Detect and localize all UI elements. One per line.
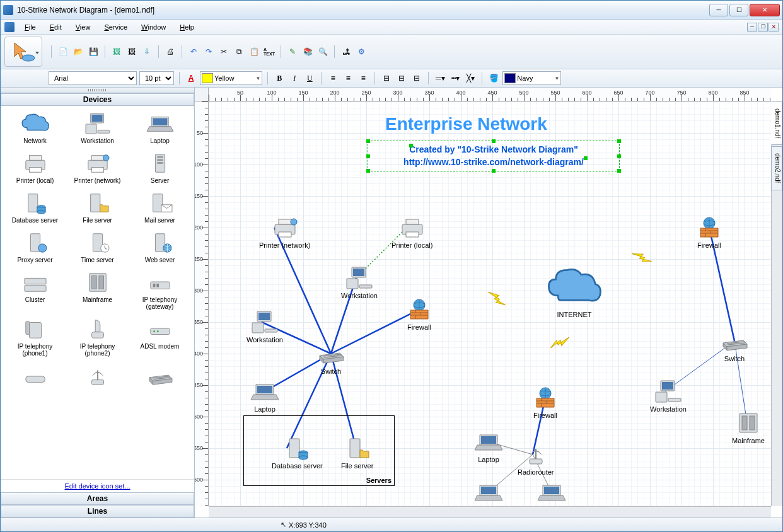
menu-file[interactable]: File <box>18 22 42 32</box>
find-button[interactable]: 🔍 <box>316 45 329 58</box>
mdi-close[interactable]: ✕ <box>768 23 779 32</box>
open-button[interactable]: 📂 <box>72 45 84 58</box>
sidebar-collapse[interactable] <box>1 88 194 93</box>
device-printer-net[interactable]: Printer (network) <box>67 149 128 187</box>
node-laptop4[interactable]: Laptop <box>536 480 567 506</box>
redo-button[interactable]: ↷ <box>202 45 215 58</box>
node-mainframe[interactable]: Mainframe <box>732 410 765 444</box>
device-mail-server[interactable]: Mail server <box>129 189 190 226</box>
device-modem[interactable]: ADSL modem <box>129 315 190 359</box>
minimize-button[interactable]: ─ <box>709 4 728 16</box>
fill-color-dropdown[interactable]: Yellow ▼ <box>200 71 262 85</box>
device-cluster[interactable]: Cluster <box>4 269 66 313</box>
device-workstation[interactable]: Workstation <box>67 110 128 147</box>
align-center-button[interactable]: ≡ <box>342 72 354 84</box>
mdi-restore[interactable]: ❐ <box>758 23 768 32</box>
device-proxy[interactable]: Proxy server <box>4 229 66 266</box>
node-laptop1[interactable]: Laptop <box>250 379 280 413</box>
underline-button[interactable]: U <box>303 72 316 84</box>
panel-devices-header[interactable]: Devices <box>1 93 194 106</box>
node-laptop3[interactable]: Laptop <box>473 480 504 506</box>
bold-button[interactable]: B <box>273 72 286 84</box>
print-button[interactable]: 🖨 <box>164 45 177 58</box>
text-button[interactable]: ATEXT <box>263 45 276 58</box>
line-color-dropdown[interactable]: Navy ▼ <box>502 71 561 85</box>
image-button[interactable]: 🏞 <box>340 45 352 58</box>
node-printer-net[interactable]: Printer (network) <box>259 215 310 249</box>
menu-window[interactable]: Window <box>135 22 172 32</box>
align-right-button[interactable]: ≡ <box>357 72 369 84</box>
size-select[interactable]: 10 pt. <box>139 71 174 85</box>
close-button[interactable]: ✕ <box>750 4 780 16</box>
node-file-server[interactable]: File server <box>341 436 373 470</box>
device-file-server[interactable]: File server <box>67 189 128 226</box>
node-firewall1[interactable]: Firewall <box>404 297 434 331</box>
font-color-button[interactable]: A <box>185 72 197 84</box>
canvas[interactable]: Enterprise Network Created by "10-Strike… <box>209 101 771 506</box>
panel-lines-header[interactable]: Lines <box>1 505 194 518</box>
device-printer[interactable]: Printer (local) <box>4 149 66 187</box>
undo-button[interactable]: ↶ <box>187 45 200 58</box>
settings-button[interactable]: ⚙ <box>355 45 368 58</box>
save-button[interactable]: 💾 <box>87 45 100 58</box>
device-ipgw[interactable]: IP telephony (gateway) <box>129 269 190 313</box>
device-phone1[interactable]: IP telephony (phone1) <box>4 315 66 359</box>
device-antenna[interactable] <box>67 362 128 392</box>
menu-edit[interactable]: Edit <box>44 22 68 32</box>
font-select[interactable]: Arial <box>49 71 137 85</box>
node-printer-local[interactable]: Printer (local) <box>392 215 432 249</box>
copy-button[interactable]: ⧉ <box>233 45 245 58</box>
valign-top-button[interactable]: ⊟ <box>380 72 393 84</box>
node-workstation3[interactable]: Workstation <box>650 379 687 413</box>
paste-button[interactable]: 📋 <box>248 45 260 58</box>
device-laptop[interactable]: Laptop <box>129 110 190 147</box>
tab-demo2[interactable]: demo2.ndf <box>771 146 782 190</box>
device-mainframe[interactable]: Mainframe <box>67 269 128 313</box>
device-switch[interactable] <box>129 362 190 392</box>
export-img-button[interactable]: 🖼 <box>110 45 123 58</box>
mdi-minimize[interactable]: ─ <box>747 23 757 32</box>
menu-help[interactable]: Help <box>173 22 200 32</box>
tab-demo1[interactable]: demo1.ndf <box>771 101 782 145</box>
device-router[interactable] <box>4 362 66 392</box>
export-button[interactable]: 🖼 <box>125 45 138 58</box>
line-pattern-button[interactable]: ╳▾ <box>464 72 477 84</box>
bucket-button[interactable]: 🪣 <box>487 72 500 84</box>
device-web-server[interactable]: Web sever <box>129 229 190 266</box>
node-firewall2[interactable]: Firewall <box>694 215 724 249</box>
cut-button[interactable]: ✂ <box>218 45 230 58</box>
diagram-subtitle[interactable]: Created by "10-Strike Network Diagram" h… <box>368 141 620 171</box>
cursor-tool-button[interactable] <box>4 37 42 67</box>
diagram-title[interactable]: Enterprise Network <box>385 114 547 134</box>
device-db-server[interactable]: Database server <box>4 189 66 226</box>
edit-icon-set-link[interactable]: Edit device icon set... <box>1 479 194 492</box>
menu-view[interactable]: View <box>69 22 97 32</box>
diagram-page[interactable]: Enterprise Network Created by "10-Strike… <box>209 101 771 506</box>
scan-button[interactable]: ✎ <box>286 45 299 58</box>
node-radiorouter[interactable]: Radiorouter <box>518 442 554 476</box>
node-workstation1[interactable]: Workstation <box>341 265 378 299</box>
node-switch1[interactable]: Switch <box>316 341 346 375</box>
hscroll[interactable] <box>209 506 771 518</box>
device-cloud[interactable]: Network <box>4 110 66 147</box>
node-workstation2[interactable]: Workstation <box>246 309 283 344</box>
panel-areas-header[interactable]: Areas <box>1 492 194 505</box>
italic-button[interactable]: I <box>288 72 301 84</box>
node-firewall3[interactable]: Firewall <box>530 385 560 419</box>
import-button[interactable]: ⇩ <box>141 45 153 58</box>
node-switch2[interactable]: Switch <box>719 328 750 362</box>
device-server[interactable]: Server <box>129 149 190 187</box>
align-left-button[interactable]: ≡ <box>327 72 339 84</box>
device-phone2[interactable]: IP telephony (phone2) <box>67 315 128 359</box>
node-db-server[interactable]: Database server <box>272 436 323 470</box>
valign-mid-button[interactable]: ⊟ <box>395 72 408 84</box>
new-button[interactable]: 📄 <box>57 45 69 58</box>
line-style-button[interactable]: ┅▾ <box>449 72 461 84</box>
maximize-button[interactable]: ☐ <box>729 4 748 16</box>
valign-bot-button[interactable]: ⊟ <box>410 72 423 84</box>
device-time-server[interactable]: Time server <box>67 229 128 266</box>
library-button[interactable]: 📚 <box>301 45 314 58</box>
node-internet[interactable]: INTERNET <box>536 265 612 318</box>
line-weight-button[interactable]: ═▾ <box>434 72 446 84</box>
node-laptop2[interactable]: Laptop <box>473 429 504 463</box>
